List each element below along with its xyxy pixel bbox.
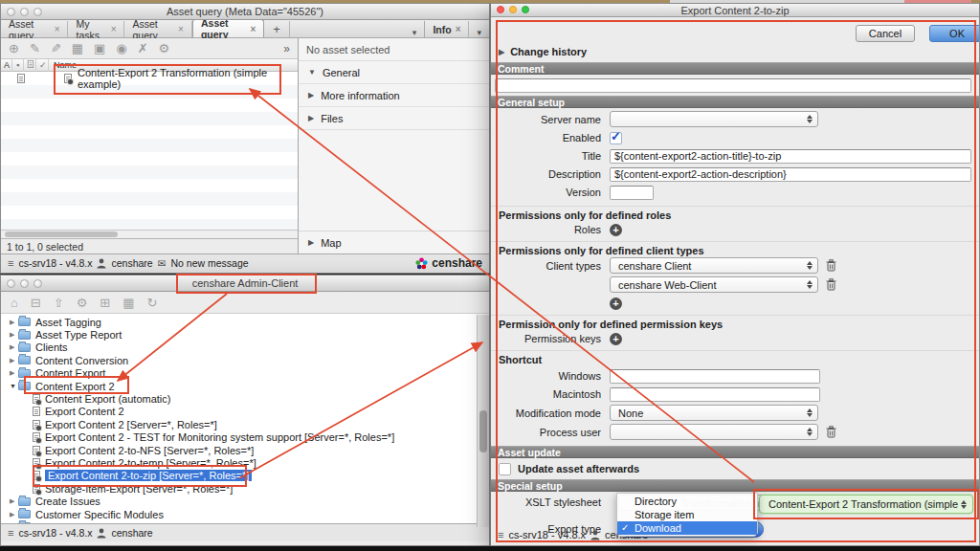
delete-icon[interactable]: ✗ xyxy=(138,41,148,55)
tree-item-create-issues[interactable]: ▶Create Issues xyxy=(1,495,489,507)
save-query-icon[interactable]: ▣ xyxy=(94,41,105,55)
query-result-list[interactable]: Content-Export 2 Transformation (simple … xyxy=(1,72,298,230)
macintosh-shortcut-input[interactable] xyxy=(610,387,820,402)
tree-item-export-content-2-to-zip[interactable]: Export Content 2-to-zip [Server=*, Roles… xyxy=(1,470,489,482)
column-file-icon[interactable] xyxy=(24,59,36,72)
enabled-checkbox[interactable] xyxy=(610,132,622,144)
add-role-icon[interactable]: + xyxy=(610,224,622,236)
message-icon[interactable]: ✉ xyxy=(158,257,167,269)
connection-icon[interactable]: ⌂ xyxy=(11,296,18,310)
horizontal-scrollbar[interactable] xyxy=(1,230,298,238)
edit-metadata-icon[interactable]: ✎ xyxy=(51,41,61,55)
vertical-scrollbar[interactable] xyxy=(477,315,489,527)
new-asset-icon[interactable]: ⊕ xyxy=(9,41,19,55)
settings-gear-icon[interactable]: ⚙ xyxy=(159,41,170,55)
tree-item-export-content-2-test[interactable]: Export Content 2 - TEST for Monitoring s… xyxy=(1,431,489,444)
windows-shortcut-input[interactable] xyxy=(610,369,820,384)
version-input[interactable] xyxy=(610,186,654,200)
close-window-icon[interactable] xyxy=(7,8,15,16)
tree-item-clients[interactable]: ▶Clients xyxy=(1,342,489,354)
dialog-titlebar[interactable]: Export Content 2-to-zip xyxy=(491,4,979,17)
zoom-window-icon[interactable] xyxy=(33,279,42,288)
tab-close-icon[interactable]: × xyxy=(250,24,256,34)
preview-icon[interactable]: ◉ xyxy=(116,41,126,55)
client-type-select-1[interactable]: censhare Client xyxy=(610,257,818,274)
asset-row[interactable]: Content-Export 2 Transformation (simple … xyxy=(1,72,298,85)
info-section-map[interactable]: ▶ Map xyxy=(299,231,489,253)
window-controls[interactable] xyxy=(497,6,529,13)
menu-item-storage-item[interactable]: Storage item xyxy=(617,508,757,521)
cancel-button[interactable]: Cancel xyxy=(856,25,915,42)
client-type-select-2[interactable]: censhare Web-Client xyxy=(610,276,818,293)
edit-icon[interactable]: ✎ xyxy=(30,41,40,55)
info-tab-overflow-icon[interactable]: ▾ xyxy=(469,28,489,37)
refresh-icon[interactable]: ↻ xyxy=(147,296,158,310)
tab-close-icon[interactable]: × xyxy=(55,24,60,34)
disclosure-right-icon[interactable]: ▶ xyxy=(10,343,18,351)
minimize-window-icon[interactable] xyxy=(20,279,29,288)
minimize-window-icon[interactable] xyxy=(20,8,29,16)
title-input[interactable] xyxy=(610,149,971,164)
info-section-more-information[interactable]: ▶ More information xyxy=(299,84,489,107)
column-annotation[interactable]: A xyxy=(1,59,12,72)
server-list-icon[interactable]: ≡ xyxy=(8,527,13,539)
minimize-window-icon[interactable] xyxy=(509,6,517,13)
tab-close-icon[interactable]: × xyxy=(178,24,184,34)
disclosure-right-icon[interactable]: ▶ xyxy=(10,369,18,377)
window-controls[interactable] xyxy=(7,279,42,288)
tree-item-asset-tagging[interactable]: ▶Asset Tagging xyxy=(1,316,489,328)
tree-item-export-content-2-to-nfs[interactable]: Export Content 2-to-NFS [Server=*, Roles… xyxy=(1,444,489,456)
tree-item-database-sequence-numbers[interactable]: ▶Database Sequence Numbers xyxy=(1,520,489,523)
delete-icon[interactable]: ⊟ xyxy=(31,296,41,310)
scrollbar-thumb[interactable] xyxy=(479,410,487,452)
close-window-icon[interactable] xyxy=(7,279,15,288)
scrollbar-thumb[interactable] xyxy=(5,231,118,237)
server-name-select[interactable] xyxy=(610,111,818,127)
tree-item-export-content-2-server[interactable]: Export Content 2 [Server=*, Roles=*] xyxy=(1,418,489,430)
tree-item-content-conversion[interactable]: ▶Content Conversion xyxy=(1,354,489,366)
compare-icon[interactable]: ⊞ xyxy=(100,296,110,310)
tab-asset-query-3[interactable]: Asset query× xyxy=(192,19,264,37)
tab-my-tasks[interactable]: My tasks× xyxy=(68,21,124,37)
tree-item-content-export[interactable]: ▶Content Export xyxy=(1,367,489,380)
tree-item-customer-specific-modules[interactable]: ▶Customer Specific Modules xyxy=(1,508,489,520)
upload-icon[interactable]: ⇧ xyxy=(54,296,64,310)
admin-titlebar[interactable]: censhare Admin-Client xyxy=(1,276,489,292)
menu-item-download[interactable]: ✓Download xyxy=(617,521,757,535)
zoom-window-icon[interactable] xyxy=(33,8,42,16)
tab-close-icon[interactable]: × xyxy=(111,24,117,34)
tree-item-asset-type-report[interactable]: ▶Asset Type Report xyxy=(1,328,489,341)
tab-overflow-icon[interactable]: ▾ xyxy=(405,28,425,37)
modification-mode-select[interactable]: None xyxy=(610,405,818,421)
process-user-select[interactable] xyxy=(610,424,818,440)
disclosure-down-icon[interactable]: ▼ xyxy=(10,383,18,389)
asset-query-titlebar[interactable]: Asset query (Meta Data="45526") xyxy=(1,4,489,20)
disclosure-right-icon[interactable]: ▶ xyxy=(10,497,18,505)
info-section-general[interactable]: ▼ General xyxy=(299,61,489,84)
remove-client-type-icon[interactable] xyxy=(826,278,836,291)
add-client-type-icon[interactable]: + xyxy=(610,298,622,310)
toolbar-overflow-icon[interactable]: » xyxy=(283,42,290,55)
menu-item-directory[interactable]: Directory xyxy=(617,495,757,508)
tab-asset-query-1[interactable]: Asset query× xyxy=(1,21,68,37)
info-section-files[interactable]: ▶ Files xyxy=(299,107,489,130)
tree-item-storage-item-export[interactable]: Storage-Item-Export [Server=*, Roles=*] xyxy=(1,482,489,495)
tab-asset-query-2[interactable]: Asset query× xyxy=(124,21,191,37)
update-asset-checkbox[interactable] xyxy=(499,463,511,475)
tree-item-export-content-2[interactable]: Export Content 2 xyxy=(1,406,489,418)
change-history-section[interactable]: ▶ Change history xyxy=(491,45,979,59)
remove-process-user-icon[interactable] xyxy=(826,426,836,438)
new-tab-button[interactable]: + xyxy=(264,21,290,37)
close-window-icon[interactable] xyxy=(497,6,504,13)
disclosure-right-icon[interactable]: ▶ xyxy=(10,357,18,364)
disclosure-right-icon[interactable]: ▶ xyxy=(10,319,18,326)
add-permission-key-icon[interactable]: + xyxy=(610,333,622,345)
ok-button[interactable]: OK xyxy=(929,25,979,42)
tree-item-content-export-automatic[interactable]: Content Export (automatic) xyxy=(1,392,489,405)
module-tree[interactable]: ▶Asset Tagging ▶Asset Type Report ▶Clien… xyxy=(1,314,489,523)
structure-icon[interactable]: ▦ xyxy=(122,296,134,310)
tree-item-export-content-2-to-temp[interactable]: Export Content 2-to-temp [Server=*, Role… xyxy=(1,456,489,469)
tab-info[interactable]: Info× xyxy=(424,21,469,37)
column-check-icon[interactable]: ✓ xyxy=(36,59,49,72)
description-input[interactable] xyxy=(610,167,971,182)
